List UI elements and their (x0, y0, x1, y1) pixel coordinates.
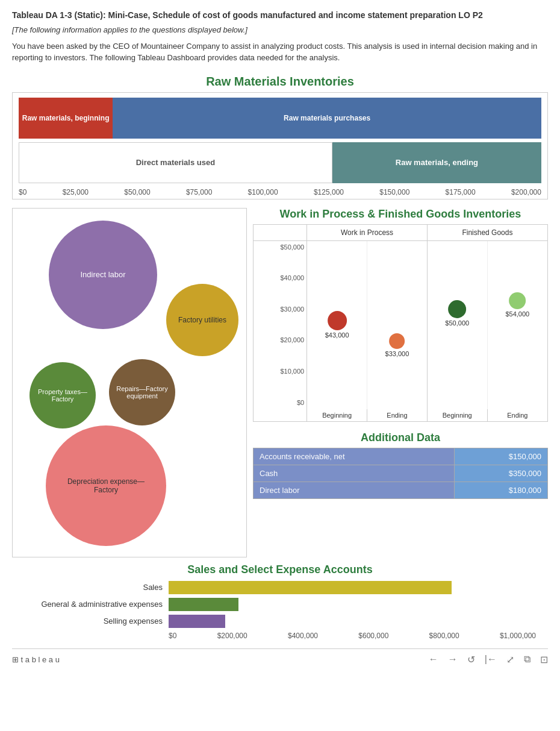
page-title: Tableau DA 1-3 (Static): Mini-Case, Sche… (12, 10, 548, 22)
sales-label: Sales (24, 583, 169, 592)
middle-row: Indirect labor Factory utilities Propert… (12, 208, 548, 557)
wip-section: Work in Process & Finished Goods Invento… (253, 208, 548, 422)
bubble-indirect-labor: Indirect labor (49, 221, 157, 329)
page-container: Tableau DA 1-3 (Static): Mini-Case, Sche… (0, 0, 560, 675)
description: You have been asked by the CEO of Mounta… (12, 40, 548, 64)
additional-data-table: Accounts receivable, net $150,000 Cash $… (253, 448, 548, 499)
wip-beginning-cell: $43,000 (307, 240, 367, 409)
wip-beginning-label: $43,000 (325, 331, 349, 339)
fg-header: Finished Goods (427, 225, 547, 241)
fg-ending-axis: Ending (487, 409, 547, 421)
raw-materials-chart: Raw materials, beginning Raw materials p… (12, 92, 548, 199)
fg-ending-cell: $54,000 (487, 240, 547, 409)
fg-beginning-label: $50,000 (445, 319, 469, 327)
sales-section: Sales and Select Expense Accounts Sales … (12, 563, 548, 640)
sales-x-axis: $0 $200,000 $400,000 $600,000 $800,000 $… (169, 632, 536, 640)
sales-chart: Sales General & administrative expenses … (12, 581, 548, 640)
share-icon[interactable]: ⤢ (506, 654, 514, 665)
ar-value: $150,000 (455, 448, 548, 465)
dl-value: $180,000 (455, 482, 548, 499)
selling-bar (169, 615, 225, 628)
wip-header: Work in Process (307, 225, 428, 241)
wip-beginning-axis: Beginning (307, 409, 367, 421)
bubble-factory-utilities: Factory utilities (166, 284, 238, 356)
sales-row: Sales (24, 581, 536, 594)
axis-empty (254, 409, 307, 421)
ga-row: General & administrative expenses (24, 598, 536, 611)
cash-label: Cash (254, 465, 455, 482)
wip-title: Work in Process & Finished Goods Invento… (253, 208, 548, 221)
copy-icon[interactable]: ⧉ (524, 654, 530, 665)
additional-data-section: Additional Data Accounts receivable, net… (253, 429, 548, 499)
bar-raw-beginning: Raw materials, beginning (19, 98, 113, 139)
ga-bar (169, 598, 238, 611)
refresh-icon[interactable]: ↺ (467, 654, 475, 665)
footer: ⊞ t a b l e a u ← → ↺ |← ⤢ ⧉ ⊡ (12, 648, 548, 665)
bubble-depreciation: Depreciation expense—Factory (46, 425, 166, 546)
wip-table: Work in Process Finished Goods $50,000 (254, 225, 547, 422)
tableau-logo: ⊞ t a b l e a u (12, 655, 60, 664)
bar-direct-materials: Direct materials used (19, 142, 332, 183)
bar-raw-purchases: Raw materials purchases (113, 98, 541, 139)
ga-label: General & administrative expenses (24, 600, 169, 609)
sales-bar (169, 581, 452, 594)
wip-axis-row: Beginning Ending Beginning Ending (254, 409, 547, 421)
y-axis-col: $50,000 $40,000 $30,000 $20,000 $10,000 … (254, 240, 307, 409)
bubble-chart: Indirect labor Factory utilities Propert… (12, 208, 247, 557)
table-row: Accounts receivable, net $150,000 (254, 448, 548, 465)
cash-value: $350,000 (455, 465, 548, 482)
back-icon[interactable]: ← (429, 654, 438, 665)
selling-row: Selling expenses (24, 615, 536, 628)
additional-data-title: Additional Data (253, 431, 548, 444)
sales-title: Sales and Select Expense Accounts (12, 563, 548, 576)
wip-ending-axis: Ending (367, 409, 428, 421)
dl-label: Direct labor (254, 482, 455, 499)
fg-beginning-axis: Beginning (427, 409, 487, 421)
ar-label: Accounts receivable, net (254, 448, 455, 465)
first-icon[interactable]: |← (485, 654, 497, 665)
y-axis-header (254, 225, 307, 241)
wip-chart-row: $50,000 $40,000 $30,000 $20,000 $10,000 … (254, 240, 547, 409)
raw-materials-title: Raw Materials Inventories (12, 75, 548, 89)
subtitle: [The following information applies to th… (12, 25, 548, 34)
wip-ending-cell: $33,000 (367, 240, 428, 409)
bar-row-1: Raw materials, beginning Raw materials p… (19, 98, 541, 139)
right-panel: Work in Process & Finished Goods Invento… (253, 208, 548, 557)
wip-ending-label: $33,000 (385, 350, 409, 357)
bubble-property-taxes: Property taxes—Factory (30, 362, 96, 428)
table-row: Direct labor $180,000 (254, 482, 548, 499)
selling-label: Selling expenses (24, 616, 169, 626)
fg-beginning-cell: $50,000 (427, 240, 487, 409)
table-row: Cash $350,000 (254, 465, 548, 482)
fullscreen-icon[interactable]: ⊡ (540, 654, 548, 665)
forward-icon[interactable]: → (448, 654, 458, 665)
raw-materials-x-axis: $0 $25,000 $50,000 $75,000 $100,000 $125… (13, 186, 547, 199)
wip-table-container: Work in Process Finished Goods $50,000 (253, 224, 548, 422)
fg-ending-label: $54,000 (505, 310, 529, 318)
bar-raw-ending: Raw materials, ending (332, 142, 541, 183)
footer-icons: ← → ↺ |← ⤢ ⧉ ⊡ (429, 654, 548, 665)
bar-row-2: Direct materials used Raw materials, end… (19, 142, 541, 183)
bubble-repairs-factory: Repairs—Factory equipment (109, 359, 175, 425)
